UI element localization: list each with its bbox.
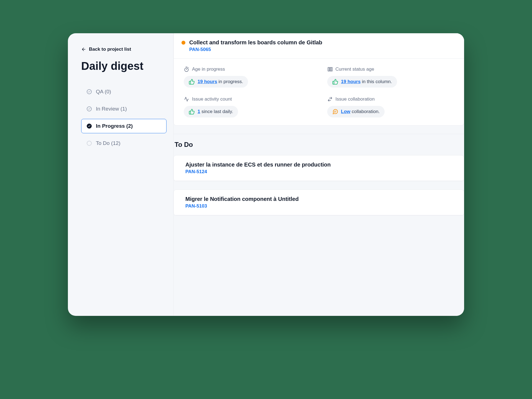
metric-suffix: since last daily.: [200, 109, 233, 114]
arrow-left-icon: [81, 47, 86, 52]
issue-card-body: Age in progress 19 hours in progress. Cu…: [174, 59, 464, 125]
metric-header: Age in progress: [184, 66, 311, 72]
page-title: Daily digest: [81, 60, 167, 72]
filter-item-in-progress[interactable]: In Progress (2): [81, 119, 167, 133]
metric-collaboration: Issue collaboration Low collaboration.: [327, 96, 454, 117]
issue-card[interactable]: Ajuster la instance de ECS et des runner…: [173, 155, 464, 181]
metric-header: Issue collaboration: [327, 96, 454, 102]
back-link-label: Back to project list: [89, 47, 131, 52]
issue-card: Collect and transform les boards column …: [173, 33, 464, 126]
stopwatch-icon: [184, 66, 189, 72]
check-circle-icon: [86, 123, 92, 129]
issue-id[interactable]: PAN-5103: [185, 203, 299, 209]
metric-suffix: in this column.: [360, 79, 392, 84]
metric-pill[interactable]: 19 hours in progress.: [184, 76, 248, 88]
activity-icon: [184, 96, 189, 102]
metric-label: Current status age: [336, 66, 374, 72]
thumb-up-icon: [189, 79, 195, 85]
section-header-todo: To Do: [173, 134, 464, 155]
metric-header: Current status age: [327, 66, 454, 72]
empty-circle-icon: [86, 140, 92, 146]
issue-id[interactable]: PAN-5124: [185, 169, 331, 175]
app-window: Back to project list Daily digest QA (0)…: [68, 33, 464, 316]
filter-label: QA (0): [96, 89, 111, 95]
metric-current-status-age: Current status age 19 hours in this colu…: [327, 66, 454, 88]
metric-pill[interactable]: 19 hours in this column.: [327, 76, 397, 88]
metric-pill[interactable]: 1 since last daily.: [184, 106, 238, 117]
metric-header: Issue activity count: [184, 96, 311, 102]
thumb-up-icon: [332, 79, 338, 85]
issue-title: Ajuster la instance de ECS et des runner…: [185, 162, 331, 168]
columns-icon: [327, 66, 333, 72]
metric-value[interactable]: Low: [341, 109, 351, 114]
svg-rect-2: [329, 67, 331, 71]
back-link[interactable]: Back to project list: [81, 47, 167, 52]
metric-pill[interactable]: Low collaboration.: [327, 106, 385, 117]
metric-label: Issue activity count: [192, 96, 232, 102]
metric-age-in-progress: Age in progress 19 hours in progress.: [184, 66, 311, 88]
filter-item-in-review[interactable]: In Review (1): [81, 102, 167, 116]
filter-item-qa[interactable]: QA (0): [81, 85, 167, 99]
issue-card[interactable]: Migrer le Notification component à Untit…: [173, 190, 464, 216]
check-circle-icon: [86, 106, 92, 112]
thumb-up-icon: [189, 109, 195, 115]
metric-suffix: in progress.: [217, 79, 243, 84]
svg-rect-1: [328, 67, 329, 71]
status-dot-icon: [181, 41, 185, 45]
metric-suffix: collaboration.: [351, 109, 380, 114]
issue-title: Migrer le Notification component à Untit…: [185, 196, 299, 202]
issue-title: Collect and transform les boards column …: [189, 39, 322, 46]
issue-card-header: Collect and transform les boards column …: [174, 33, 464, 59]
chat-icon: [332, 109, 338, 115]
check-circle-icon: [86, 89, 92, 94]
issue-id[interactable]: PAN-5065: [189, 47, 322, 52]
metric-label: Issue collaboration: [336, 96, 375, 102]
main-content: Collect and transform les boards column …: [173, 33, 464, 316]
metric-label: Age in progress: [192, 66, 225, 72]
users-icon: [327, 96, 333, 102]
filter-label: To Do (12): [96, 140, 121, 146]
metric-value[interactable]: 19 hours: [198, 79, 217, 84]
filter-label: In Review (1): [96, 106, 127, 112]
metric-value[interactable]: 19 hours: [341, 79, 361, 84]
sidebar: Back to project list Daily digest QA (0)…: [68, 33, 173, 316]
metric-activity-count: Issue activity count 1 since last daily.: [184, 96, 311, 117]
svg-rect-3: [331, 67, 332, 71]
filter-item-to-do[interactable]: To Do (12): [81, 136, 167, 150]
filter-list: QA (0) In Review (1) In Progress (2) To …: [81, 85, 167, 150]
filter-label: In Progress (2): [96, 123, 133, 129]
